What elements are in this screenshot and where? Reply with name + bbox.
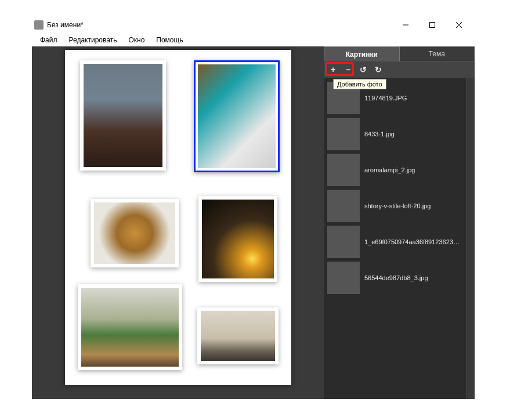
collage-image-1 (84, 64, 162, 167)
close-icon (456, 22, 462, 28)
plus-icon: + (331, 65, 335, 74)
thumbnail-image (327, 154, 360, 186)
app-icon (34, 20, 44, 30)
thumbnail-item[interactable]: 1_e69f0750974aa36f891236238e29 (325, 224, 465, 260)
collage-image-5 (81, 288, 179, 367)
thumbnail-item[interactable]: 56544de987db8_3.jpg (325, 260, 465, 296)
canvas-area[interactable] (32, 46, 324, 399)
collage-page[interactable] (65, 50, 291, 385)
thumbnail-filename: aromalampi_2.jpg (364, 166, 415, 173)
rotate-right-button[interactable]: ↻ (371, 63, 385, 76)
menu-bar: Файл Редактировать Окно Помощь (32, 34, 475, 46)
thumbnail-filename: 8433-1.jpg (364, 131, 395, 137)
thumbnail-list[interactable]: 11974819.JPG8433-1.jpgaromalampi_2.jpgsh… (324, 78, 467, 399)
thumbnail-item[interactable]: aromalampi_2.jpg (325, 152, 465, 188)
thumbnail-image (327, 262, 360, 294)
svg-rect-1 (430, 23, 435, 28)
collage-image-2 (198, 64, 276, 168)
thumbnail-item[interactable]: shtory-v-stile-loft-20.jpg (325, 188, 465, 224)
maximize-button[interactable] (419, 17, 446, 33)
menu-help[interactable]: Помощь (151, 35, 187, 45)
collage-frame-6[interactable] (197, 307, 279, 364)
app-window: Без имени* Файл Редактировать Окно Помощ… (32, 16, 475, 399)
side-panel: Картинки Тема + − ↺ ↻ Добавить фото (324, 46, 475, 399)
collage-image-3 (94, 202, 175, 264)
minus-icon: − (346, 65, 350, 74)
side-tabs: Картинки Тема (324, 46, 475, 61)
thumbnail-scrollbar[interactable] (467, 78, 475, 399)
thumbnail-item[interactable]: 8433-1.jpg (325, 116, 465, 152)
collage-frame-1[interactable] (80, 60, 166, 171)
close-button[interactable] (446, 17, 472, 33)
collage-frame-3[interactable] (91, 199, 179, 267)
collage-frame-4[interactable] (198, 196, 277, 282)
minimize-button[interactable] (392, 17, 419, 33)
collage-frame-2-selected[interactable] (194, 60, 280, 172)
tab-theme[interactable]: Тема (400, 46, 475, 61)
thumbnail-filename: 1_e69f0750974aa36f891236238e29 (364, 238, 463, 245)
pictures-toolbar: + − ↺ ↻ Добавить фото (324, 61, 475, 78)
menu-file[interactable]: Файл (35, 35, 62, 45)
rotate-right-icon: ↻ (375, 65, 382, 74)
thumbnail-image (327, 118, 360, 150)
rotate-left-icon: ↺ (360, 65, 367, 74)
add-photo-button[interactable]: + (326, 63, 340, 76)
minimize-icon (403, 22, 408, 28)
thumbnail-image (327, 226, 360, 258)
remove-photo-button[interactable]: − (341, 63, 355, 76)
thumbnail-image (327, 190, 360, 222)
thumbnail-filename: shtory-v-stile-loft-20.jpg (364, 202, 431, 209)
thumbnail-filename: 11974819.JPG (364, 95, 407, 102)
add-photo-tooltip: Добавить фото (333, 79, 386, 89)
collage-image-4 (202, 200, 274, 278)
thumbnail-filename: 56544de987db8_3.jpg (364, 274, 428, 281)
collage-image-6 (201, 311, 275, 361)
window-title: Без имени* (47, 21, 392, 29)
window-controls (392, 17, 472, 33)
title-bar: Без имени* (32, 16, 475, 34)
maximize-icon (429, 22, 435, 28)
menu-edit[interactable]: Редактировать (64, 35, 122, 45)
menu-window[interactable]: Окно (124, 35, 149, 45)
rotate-left-button[interactable]: ↺ (356, 63, 370, 76)
main-area: Картинки Тема + − ↺ ↻ Добавить фото (32, 46, 475, 399)
collage-frame-5[interactable] (78, 284, 182, 370)
tab-pictures[interactable]: Картинки (324, 46, 400, 61)
